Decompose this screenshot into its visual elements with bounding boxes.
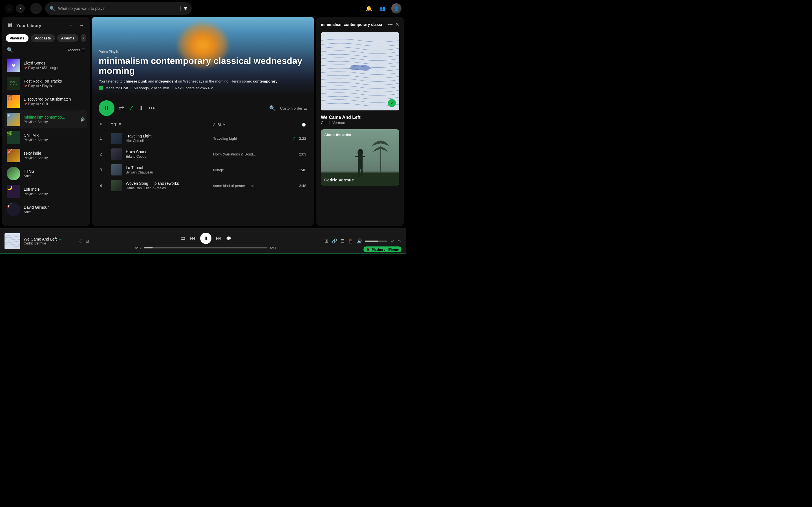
track-title-1: Traveling Light xyxy=(126,134,151,138)
expand-button[interactable]: ⤡ xyxy=(398,238,402,244)
track-search-button[interactable]: 🔍 xyxy=(269,105,275,111)
progress-track[interactable] xyxy=(144,247,267,248)
now-playing-artist: Cedric Vermue xyxy=(24,241,75,245)
more-button[interactable]: ••• xyxy=(148,105,155,112)
track-artist-3: Sylvain Chauveau xyxy=(126,170,153,174)
lyrics-panel-button[interactable]: ☰ xyxy=(341,238,345,244)
more-options-button[interactable]: ••• xyxy=(388,22,393,27)
track-number-4: 4 xyxy=(100,183,111,188)
sidebar-actions: + → xyxy=(67,21,85,29)
sidebar-item-post-rock[interactable]: POSTROCK Post Rock Top Tracks 📌 Playlist… xyxy=(4,74,87,93)
track-artist-2: Erland Cooper xyxy=(126,155,147,159)
download-button[interactable]: ⬇ xyxy=(139,105,144,112)
sidebar-item-liked-songs[interactable]: ♥ Liked Songs 📌 Playlist • 651 songs xyxy=(4,56,87,74)
add-library-button[interactable]: + xyxy=(67,21,75,29)
table-row[interactable]: 2 Hoxa Sound Erland Cooper Holm (Variati… xyxy=(96,146,310,162)
ttng-sub: Artist xyxy=(24,174,85,178)
iphone-icon: 📱 xyxy=(366,247,370,251)
now-playing-icon: 🔊 xyxy=(80,117,85,122)
track-album-3: Nuage xyxy=(213,168,284,172)
track-number-2: 2 xyxy=(100,152,111,156)
progress-bar-container: 0:17 5:41 xyxy=(135,246,276,249)
lyrics-button[interactable]: 💬 xyxy=(226,236,231,240)
svg-rect-8 xyxy=(358,155,363,169)
sidebar-item-musixmatch[interactable]: 🎵 Discovered by Musixmatch 📌 Playlist • … xyxy=(4,93,87,110)
connect-button[interactable]: 🔗 xyxy=(332,238,337,244)
iphone-label: Playing on iPhone xyxy=(372,248,399,251)
svg-rect-0 xyxy=(8,23,9,27)
search-input[interactable] xyxy=(58,6,177,11)
liked-songs-thumb: ♥ xyxy=(7,59,20,72)
forward-button[interactable]: › xyxy=(16,4,25,13)
col-album: Album xyxy=(213,123,284,127)
playlist-controls: ⏸ ⇄ ✓ ⬇ ••• 🔍 Custom order ☰ xyxy=(92,96,314,121)
prev-button[interactable]: ⏮ xyxy=(190,235,196,241)
col-num: # xyxy=(100,123,111,127)
filter-podcasts[interactable]: Podcasts xyxy=(31,34,55,42)
next-button[interactable]: ⏭ xyxy=(216,235,221,241)
volume-bar[interactable] xyxy=(365,240,388,242)
track-duration-1: 2:22 xyxy=(299,136,306,140)
musixmatch-thumb: 🎵 xyxy=(7,95,20,108)
home-button[interactable]: ⌂ xyxy=(31,3,42,14)
pip-button[interactable]: ⊡ xyxy=(86,239,89,243)
track-duration-4: 3:48 xyxy=(299,184,306,188)
expand-library-button[interactable]: → xyxy=(77,21,85,29)
play-pause-button[interactable]: ⏸ xyxy=(200,233,211,244)
indie-sub: Playlist • Spotify xyxy=(24,156,85,160)
ttng-info: TTNG Artist xyxy=(24,169,85,178)
indie-info: sexy indie Playlist • Spotify xyxy=(24,151,85,160)
table-row[interactable]: 1 Traveling Light Hior Chronik Traveling… xyxy=(96,130,310,146)
time-total: 5:41 xyxy=(270,246,276,249)
track-number-3: 3 xyxy=(100,168,111,172)
sidebar-search-icon[interactable]: 🔍 xyxy=(7,47,13,53)
sidebar-item-gilmour[interactable]: 🎸 David Gilmour Artist xyxy=(4,201,87,219)
dot-separator: • xyxy=(130,86,132,90)
now-playing: We Came And Left ✓ Cedric Vermue ♡ ⊡ xyxy=(4,233,89,249)
volume-icon-btn[interactable]: 🔊 xyxy=(357,238,363,244)
table-row[interactable]: 4 Woven Song — piano reworks Hania Rani,… xyxy=(96,178,310,193)
pause-button[interactable]: ⏸ xyxy=(99,100,114,116)
notifications-icon[interactable]: 🔔 xyxy=(364,4,373,13)
sidebar-item-indie[interactable]: 🎸 sexy indie Playlist • Spotify xyxy=(4,147,87,165)
sidebar-recents[interactable]: Recents ☰ xyxy=(66,48,85,52)
gilmour-name: David Gilmour xyxy=(24,205,85,210)
minimalism-name: minimalism contempo... xyxy=(24,115,77,119)
chill-info: Chill Mix Playlist • Spotify xyxy=(24,133,85,142)
album-title-section: We Came And Left Cedric Vermue xyxy=(316,115,404,127)
iphone-badge[interactable]: 📱 Playing on iPhone xyxy=(363,246,402,252)
track-text-4: Woven Song — piano reworks Hania Rani, O… xyxy=(126,181,179,190)
about-artist-bg: About the artist Cedric Vermue xyxy=(321,129,399,186)
track-album-1: Traveling Light xyxy=(213,136,284,140)
sidebar-item-chill[interactable]: 🌿 Chill Mix Playlist • Spotify xyxy=(4,128,87,147)
avatar[interactable]: 👤 xyxy=(391,3,402,13)
table-row[interactable]: 3 Le Tunnel Sylvain Chauveau Nuage 1:48 xyxy=(96,162,310,178)
search-bar: 🔍 ⊞ xyxy=(45,2,192,15)
saved-check[interactable]: ✓ xyxy=(129,104,134,112)
musixmatch-sub: 📌 Playlist • Colt xyxy=(24,102,85,106)
sidebar-item-minimalism[interactable]: ☀ minimalism contempo... Playlist • Spot… xyxy=(4,110,87,128)
shuffle-player-button[interactable]: ⇄ xyxy=(181,235,186,242)
friends-icon[interactable]: 👥 xyxy=(378,4,387,13)
track-thumb-1 xyxy=(111,133,122,144)
gilmour-info: David Gilmour Artist xyxy=(24,205,85,214)
player-right: ⊞ 🔗 ☰ 📱 🔊 ⤢ ⤡ xyxy=(322,238,402,244)
now-playing-thumb xyxy=(4,233,20,249)
fullscreen-button[interactable]: ⤢ xyxy=(391,238,395,244)
filter-more-button[interactable]: › xyxy=(81,34,86,42)
queue-button[interactable]: ⊞ xyxy=(324,238,328,244)
phone-button[interactable]: 📱 xyxy=(348,238,354,244)
close-panel-button[interactable]: ✕ xyxy=(395,21,399,27)
back-button[interactable]: ‹ xyxy=(4,4,13,13)
track-title-4: Woven Song — piano reworks xyxy=(126,181,179,186)
chill-thumb: 🌿 xyxy=(7,131,20,144)
playlist-description: You listened to chinese punk and indepen… xyxy=(99,79,307,83)
filter-playlists[interactable]: Playlists xyxy=(6,34,29,42)
sidebar-item-ttng[interactable]: 🎼 TTNG Artist xyxy=(4,165,87,182)
lofi-sub: Playlist • Spotify xyxy=(24,192,85,196)
sidebar-item-lofi[interactable]: 🌙 Lofi Indie Playlist • Spotify xyxy=(4,182,87,201)
custom-order-selector[interactable]: Custom order ☰ xyxy=(280,106,307,110)
heart-button[interactable]: ♡ xyxy=(79,238,82,244)
filter-albums[interactable]: Albums xyxy=(57,34,79,42)
shuffle-button[interactable]: ⇄ xyxy=(119,105,124,112)
